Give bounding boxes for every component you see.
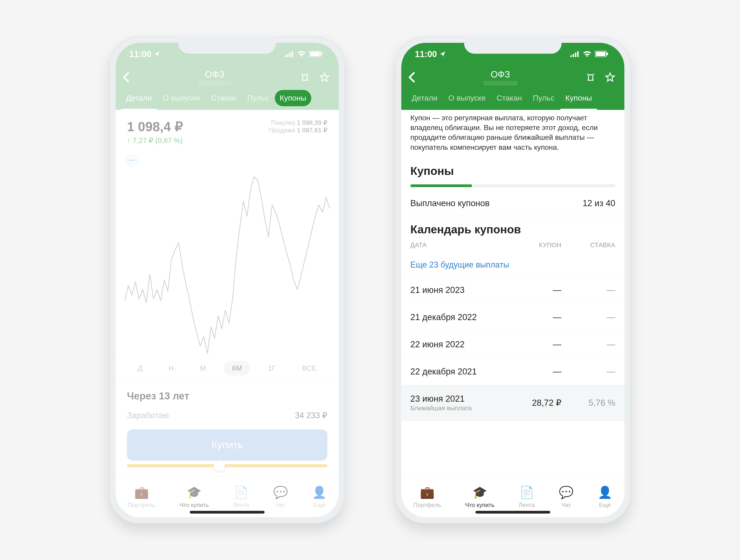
coupons-progress: [410, 185, 615, 187]
tabs: Детали О выпуске Стакан Пульс Купоны: [401, 90, 624, 110]
ticker-sub-placeholder: [483, 81, 518, 85]
alarm-icon[interactable]: [585, 72, 596, 83]
header: ОФЗ: [401, 66, 624, 90]
slider-thumb[interactable]: [213, 460, 225, 471]
chart-type-icon[interactable]: 〰: [125, 154, 138, 167]
col-coupon: КУПОН: [507, 241, 561, 249]
buy-button[interactable]: Купить: [127, 429, 328, 461]
screen-right: 11:00 ОФЗ: [401, 43, 624, 517]
coupon-content: Купон — это регулярная выплата, которую …: [401, 110, 624, 476]
tab-pulse[interactable]: Пульс: [528, 90, 559, 106]
tab-orderbook[interactable]: Стакан: [206, 90, 241, 106]
home-indicator[interactable]: [475, 511, 550, 514]
nav-portfolio[interactable]: 💼Портфель: [128, 485, 156, 509]
period-m[interactable]: М: [192, 361, 214, 375]
tab-coupons[interactable]: Купоны: [560, 90, 597, 110]
nav-feed[interactable]: 📄Лента: [519, 485, 535, 509]
nav-more[interactable]: 👤Ещё: [312, 485, 327, 509]
tab-details[interactable]: Детали: [121, 90, 157, 110]
chart-area: 〰: [116, 149, 339, 355]
price-chart[interactable]: [125, 167, 330, 355]
person-icon: 👤: [312, 485, 327, 499]
earn-label: Заработаю: [127, 411, 169, 420]
section-coupons-title: Купоны: [401, 158, 624, 185]
nav-feed[interactable]: 📄Лента: [233, 485, 249, 509]
tab-about[interactable]: О выпуске: [158, 90, 205, 106]
coupon-row[interactable]: 22 июня 2022——: [401, 331, 624, 358]
coupon-row[interactable]: 21 июня 2023——: [401, 276, 624, 304]
period-d[interactable]: Д: [129, 361, 151, 375]
notch: [464, 36, 562, 54]
sell-label: Продажа: [269, 127, 295, 134]
buy-label: Покупка: [271, 119, 295, 126]
section-calendar-title: Календарь купонов: [401, 216, 624, 238]
home-indicator[interactable]: [190, 511, 265, 514]
coupon-date: 23 июня 2021: [410, 394, 507, 404]
paid-label: Выплачено купонов: [410, 199, 489, 208]
coupon-row[interactable]: 23 июня 2021Ближайшая выплата28,72 ₽5,76…: [401, 385, 624, 421]
coupon-date: 22 июня 2022: [410, 340, 507, 349]
signal-icon: [570, 49, 579, 59]
coupon-date: 21 декабря 2022: [410, 312, 507, 322]
briefcase-icon: 💼: [134, 485, 149, 499]
tab-about[interactable]: О выпуске: [444, 90, 491, 106]
svg-rect-10: [577, 51, 578, 57]
coupon-rows: 21 июня 2023——21 декабря 2022——22 июня 2…: [401, 276, 624, 421]
period-6m[interactable]: 6М: [224, 361, 250, 375]
svg-rect-5: [310, 51, 320, 56]
period-selector: Д Н М 6М 1Г ВСЕ: [116, 355, 339, 381]
feed-icon: 📄: [234, 485, 249, 499]
paid-value: 12 из 40: [583, 199, 615, 208]
sell-price: 1 097,61 ₽: [297, 127, 328, 134]
tab-orderbook[interactable]: Стакан: [491, 90, 527, 106]
svg-rect-8: [573, 54, 574, 57]
coupon-row[interactable]: 22 декабря 2021——: [401, 358, 624, 385]
svg-rect-6: [321, 52, 322, 55]
coupon-amount: —: [507, 367, 561, 376]
briefcase-icon: 💼: [420, 485, 435, 499]
back-icon[interactable]: [122, 72, 130, 84]
period-all[interactable]: ВСЕ: [294, 361, 325, 375]
star-icon[interactable]: [319, 72, 330, 83]
location-icon: [440, 49, 446, 59]
battery-icon: [309, 49, 322, 59]
nav-whatbuy[interactable]: 🎓Что купить: [465, 485, 494, 509]
coupon-rate: —: [561, 340, 615, 349]
svg-rect-0: [285, 55, 286, 57]
chat-icon: 💬: [273, 485, 288, 499]
coupon-amount: —: [507, 312, 561, 322]
coupon-amount: —: [507, 285, 561, 295]
coupon-sub: Ближайшая выплата: [410, 405, 507, 412]
battery-icon: [595, 49, 608, 59]
progress-fill: [410, 185, 472, 187]
alarm-icon[interactable]: [300, 72, 310, 83]
tab-pulse[interactable]: Пульс: [242, 90, 274, 106]
nav-more[interactable]: 👤Ещё: [597, 485, 612, 509]
col-rate: СТАВКА: [561, 241, 615, 249]
price-block: 1 098,4 ₽ 7,27 ₽ (0,67 %) Покупка 1 098,…: [116, 110, 339, 149]
wifi-icon: [583, 49, 592, 59]
col-date: ДАТА: [410, 241, 507, 249]
earn-block: Через 13 лет Заработаю34 233 ₽ Купить: [116, 381, 339, 476]
nav-chat[interactable]: 💬Чат: [273, 485, 288, 509]
more-payments-link[interactable]: Еще 23 будущие выплаты: [401, 253, 624, 276]
back-icon[interactable]: [408, 72, 415, 84]
coupon-row[interactable]: 21 декабря 2022——: [401, 304, 624, 331]
period-w[interactable]: Н: [161, 361, 182, 375]
coupon-amount: 28,72 ₽: [507, 398, 561, 408]
tab-details[interactable]: Детали: [407, 90, 443, 106]
period-1y[interactable]: 1Г: [260, 361, 284, 375]
coupon-rate: —: [561, 367, 615, 376]
ticker-sub-placeholder: [198, 81, 232, 85]
earn-slider[interactable]: [127, 464, 328, 467]
nav-chat[interactable]: 💬Чат: [559, 485, 574, 509]
tab-coupons-highlight[interactable]: Купоны: [275, 90, 311, 106]
chat-icon: 💬: [559, 485, 574, 499]
svg-rect-7: [570, 55, 572, 57]
phone-left-mockup: 11:00 ОФЗ: [109, 36, 345, 524]
nav-whatbuy[interactable]: 🎓Что купить: [180, 485, 209, 509]
svg-rect-1: [287, 54, 288, 57]
star-icon[interactable]: [605, 72, 615, 83]
notch: [178, 36, 276, 54]
nav-portfolio[interactable]: 💼Портфель: [413, 485, 441, 509]
